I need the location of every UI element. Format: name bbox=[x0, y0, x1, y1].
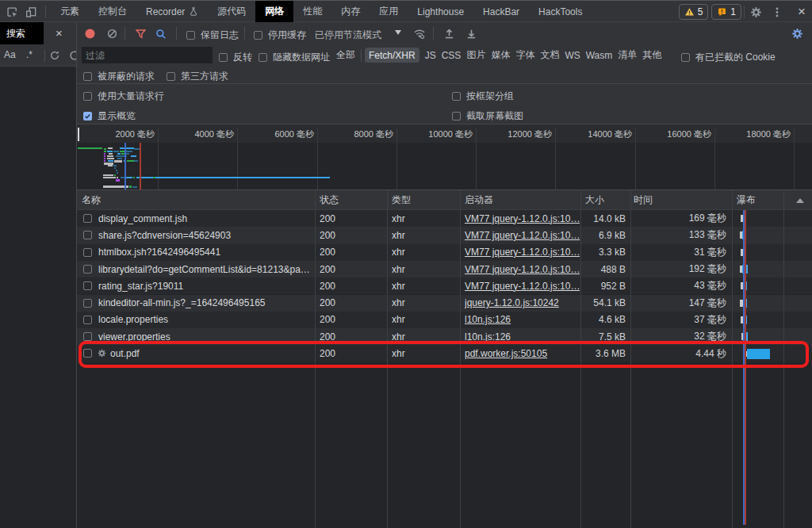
filter-type--[interactable]: 字体 bbox=[515, 48, 534, 63]
third-party-checkbox[interactable]: 第三方请求 bbox=[167, 70, 228, 83]
network-overview[interactable]: 2000 毫秒4000 毫秒6000 毫秒8000 毫秒10000 毫秒1200… bbox=[77, 124, 812, 190]
tab-elements[interactable]: 元素 bbox=[51, 1, 89, 22]
cell-initiator[interactable]: pdf.worker.js:50105 bbox=[465, 345, 580, 362]
import-har-icon[interactable] bbox=[443, 28, 455, 40]
filter-type-ws[interactable]: WS bbox=[565, 48, 580, 63]
column-separator-line[interactable] bbox=[315, 190, 316, 528]
waterfall-bar[interactable] bbox=[747, 349, 770, 359]
column-header-size[interactable]: 大小 bbox=[585, 190, 604, 210]
column-header-time[interactable]: 时间 bbox=[634, 190, 653, 210]
checkbox-unchecked[interactable] bbox=[681, 53, 690, 62]
filter-type--[interactable]: 图片 bbox=[466, 48, 485, 63]
filter-type-js[interactable]: JS bbox=[425, 48, 436, 63]
filter-type-css[interactable]: CSS bbox=[442, 48, 462, 63]
initiator-link[interactable]: jquery-1.12.0.js:10242 bbox=[465, 297, 559, 308]
request-row[interactable]: rating_star.js?19011200xhrVM77 jquery-1.… bbox=[77, 277, 812, 294]
regex-toggle[interactable]: .* bbox=[26, 49, 33, 60]
invert-filter-checkbox[interactable]: 反转 bbox=[219, 51, 252, 64]
show-overview-checkbox[interactable]: 显示概览 bbox=[83, 109, 136, 123]
cell-initiator[interactable]: VM77 jquery-1.12.0.js:10… bbox=[465, 261, 580, 277]
tab-performance[interactable]: 性能 bbox=[293, 1, 331, 22]
row-checkbox[interactable] bbox=[83, 349, 92, 358]
request-row[interactable]: htmlbox.jsh?1642496495441200xhrVM77 jque… bbox=[77, 244, 812, 261]
cell-initiator[interactable]: jquery-1.12.0.js:10242 bbox=[465, 295, 580, 312]
cell-initiator[interactable]: VM77 jquery-1.12.0.js:10… bbox=[465, 244, 580, 261]
row-checkbox[interactable] bbox=[83, 231, 92, 239]
hide-data-urls-checkbox[interactable]: 隐藏数据网址 bbox=[259, 51, 330, 64]
cell-initiator[interactable]: l10n.js:126 bbox=[465, 312, 580, 328]
request-row[interactable]: kindeditor-all-min.js?_=1642496495165200… bbox=[77, 295, 812, 312]
initiator-link[interactable]: VM77 jquery-1.12.0.js:10… bbox=[465, 264, 580, 275]
tab-hackbar[interactable]: HackBar bbox=[473, 1, 529, 22]
request-row[interactable]: out.pdf200xhrpdf.worker.js:501053.6 MB4.… bbox=[77, 345, 812, 362]
row-checkbox[interactable] bbox=[83, 265, 92, 274]
checkbox-checked[interactable] bbox=[83, 112, 92, 121]
request-row[interactable]: display_comment.jsh200xhrVM77 jquery-1.1… bbox=[77, 210, 812, 227]
filter-funnel-icon[interactable] bbox=[136, 29, 146, 39]
request-row[interactable]: share.js?cdnversion=45624903200xhrVM77 j… bbox=[77, 227, 812, 243]
row-checkbox[interactable] bbox=[83, 332, 92, 341]
initiator-link[interactable]: l10n.js:126 bbox=[465, 331, 511, 342]
chevron-down-icon[interactable] bbox=[395, 30, 401, 35]
column-header-initiator[interactable]: 启动器 bbox=[465, 190, 493, 210]
tab-hacktools[interactable]: HackTools bbox=[529, 1, 592, 22]
initiator-link[interactable]: pdf.worker.js:50105 bbox=[465, 348, 547, 359]
checkbox-unchecked[interactable] bbox=[452, 112, 461, 121]
inspect-element-icon[interactable] bbox=[6, 6, 18, 18]
column-separator-line[interactable] bbox=[387, 190, 388, 528]
checkbox-unchecked[interactable] bbox=[83, 72, 92, 81]
initiator-link[interactable]: VM77 jquery-1.12.0.js:10… bbox=[465, 213, 580, 224]
network-conditions-icon[interactable] bbox=[413, 28, 426, 40]
cell-initiator[interactable]: VM77 jquery-1.12.0.js:10… bbox=[465, 277, 580, 294]
blocked-requests-checkbox[interactable]: 被屏蔽的请求 bbox=[83, 70, 155, 83]
capture-screenshots-checkbox[interactable]: 截取屏幕截图 bbox=[452, 109, 523, 123]
cell-initiator[interactable]: VM77 jquery-1.12.0.js:10… bbox=[465, 210, 580, 227]
checkbox-unchecked[interactable] bbox=[259, 53, 267, 62]
column-separator-line[interactable] bbox=[460, 190, 461, 528]
close-search-icon[interactable]: × bbox=[56, 26, 63, 40]
cell-initiator[interactable]: l10n.js:126 bbox=[465, 328, 580, 345]
tab-console[interactable]: 控制台 bbox=[89, 1, 136, 22]
checkbox-unchecked[interactable] bbox=[219, 53, 228, 62]
match-case-toggle[interactable]: Aa bbox=[4, 49, 16, 60]
initiator-link[interactable]: VM77 jquery-1.12.0.js:10… bbox=[465, 230, 580, 241]
blocked-cookies-checkbox[interactable]: 有已拦截的 Cookie bbox=[681, 51, 776, 64]
throttling-select[interactable]: 已停用节流模式 bbox=[315, 29, 381, 42]
disable-cache-checkbox[interactable]: 停用缓存 bbox=[254, 29, 306, 42]
request-row[interactable]: viewer.properties200xhrl10n.js:1267.5 kB… bbox=[77, 328, 812, 345]
refresh-icon[interactable] bbox=[49, 50, 60, 61]
checkbox-unchecked[interactable] bbox=[83, 92, 92, 101]
device-toolbar-icon[interactable] bbox=[25, 6, 37, 18]
clear-network-log-icon[interactable] bbox=[107, 29, 117, 39]
request-row[interactable]: librarydetail?do=getCommentList&id=81213… bbox=[77, 261, 812, 277]
request-row[interactable]: locale.properties200xhrl10n.js:1264.6 kB… bbox=[77, 312, 812, 328]
column-separator-line[interactable] bbox=[580, 190, 581, 528]
warnings-badge[interactable]: 5 bbox=[679, 4, 709, 20]
row-checkbox[interactable] bbox=[83, 281, 92, 290]
group-by-frame-checkbox[interactable]: 按框架分组 bbox=[452, 90, 514, 103]
cell-initiator[interactable]: VM77 jquery-1.12.0.js:10… bbox=[465, 227, 580, 243]
filter-type-wasm[interactable]: Wasm bbox=[586, 48, 613, 63]
filter-type-fetch-xhr[interactable]: Fetch/XHR bbox=[365, 48, 419, 63]
column-header-type[interactable]: 类型 bbox=[392, 190, 411, 210]
row-checkbox[interactable] bbox=[83, 248, 92, 257]
row-checkbox[interactable] bbox=[83, 214, 92, 223]
column-separator-line[interactable] bbox=[783, 190, 784, 528]
tab-application[interactable]: 应用 bbox=[370, 1, 408, 22]
initiator-link[interactable]: VM77 jquery-1.12.0.js:10… bbox=[465, 281, 580, 292]
clear-icon[interactable] bbox=[69, 50, 76, 61]
initiator-link[interactable]: l10n.js:126 bbox=[465, 314, 511, 325]
filter-type--[interactable]: 文档 bbox=[540, 48, 559, 63]
checkbox-unchecked[interactable] bbox=[452, 92, 461, 101]
tab-lighthouse[interactable]: Lighthouse bbox=[408, 1, 473, 22]
initiator-link[interactable]: VM77 jquery-1.12.0.js:10… bbox=[465, 247, 580, 258]
network-settings-gear-icon[interactable] bbox=[791, 28, 803, 40]
record-network-log-icon[interactable] bbox=[85, 29, 95, 39]
more-options-kebab-icon[interactable] bbox=[772, 6, 783, 18]
filter-type--[interactable]: 媒体 bbox=[491, 48, 510, 63]
column-header-name[interactable]: 名称 bbox=[82, 190, 101, 210]
tab-memory[interactable]: 内存 bbox=[331, 1, 370, 22]
checkbox-unchecked[interactable] bbox=[186, 31, 195, 40]
issues-badge[interactable]: 1 bbox=[711, 4, 741, 20]
tab-search[interactable]: 搜索 bbox=[0, 22, 44, 44]
